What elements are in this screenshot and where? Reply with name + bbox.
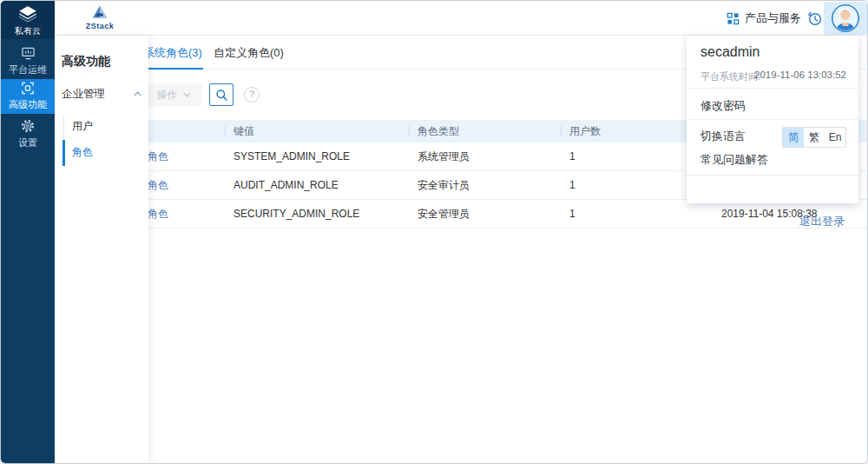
chevron-up-icon: [134, 91, 141, 96]
sidebar-item-platform-ops[interactable]: 平台运维: [1, 44, 55, 79]
search-button[interactable]: [209, 83, 233, 106]
faq-item[interactable]: 常见问题解答: [700, 152, 768, 168]
advanced-features-flyout: 高级功能 企业管理 用户 角色: [55, 36, 148, 464]
submenu-item-users[interactable]: 用户: [72, 119, 141, 135]
submenu-guide-line: [63, 116, 64, 140]
divider: [687, 175, 858, 176]
lang-option-traditional[interactable]: 繁: [804, 128, 825, 147]
role-type-cell: 安全管理员: [418, 200, 470, 229]
products-services-label: 产品与服务: [745, 10, 801, 26]
help-icon[interactable]: ?: [244, 87, 260, 103]
divider: [687, 88, 858, 89]
product-logo-block: 私有云: [1, 1, 55, 39]
change-password-item[interactable]: 修改密码: [700, 98, 746, 114]
actions-dropdown-button[interactable]: 操作: [145, 83, 202, 106]
products-services-button[interactable]: 产品与服务: [727, 1, 801, 36]
role-type-cell: 安全审计员: [418, 171, 470, 200]
sidebar-item-advanced-features[interactable]: 高级功能: [1, 79, 55, 114]
column-separator: [225, 126, 226, 136]
role-type-cell: 系统管理员: [418, 143, 470, 171]
app-window: ZStack 产品与服务: [0, 0, 868, 464]
role-key-cell: SYSTEM_ADMIN_ROLE: [233, 143, 350, 171]
sidebar-item-label: 设置: [1, 136, 55, 149]
col-header-user-count: 用户数: [569, 120, 601, 143]
divider: [687, 119, 858, 120]
user-count-cell: 1: [569, 143, 575, 171]
user-avatar: [831, 3, 860, 33]
active-tab-underline: [141, 68, 203, 70]
top-bar: ZStack 产品与服务: [55, 1, 867, 36]
col-header-role-type: 角色类型: [418, 120, 459, 143]
actions-button-label: 操作: [157, 88, 178, 103]
sidebar-item-settings[interactable]: 设置: [1, 116, 55, 151]
system-time-label: 平台系统时间:: [700, 70, 760, 83]
frame-icon: [21, 82, 35, 95]
primary-sidebar: 私有云 平台运维 高级功能 设置: [1, 1, 55, 464]
submenu-item-roles[interactable]: 角色: [72, 145, 141, 161]
history-clock-icon: [806, 10, 823, 27]
product-name-label: 私有云: [1, 25, 55, 37]
gear-icon: [21, 119, 35, 133]
lang-option-english[interactable]: En: [825, 128, 845, 147]
tab-system-roles[interactable]: 系统角色(3): [143, 36, 202, 70]
tab-custom-roles[interactable]: 自定义角色(0): [214, 36, 284, 70]
sidebar-item-label: 平台运维: [1, 63, 55, 76]
column-separator: [409, 126, 410, 136]
zstack-brand: ZStack: [74, 3, 126, 30]
group-label: 企业管理: [62, 87, 105, 102]
sidebar-item-label: 高级功能: [1, 98, 55, 111]
table-row: 安全管理员角色 SECURITY_ADMIN_ROLE 安全管理员 1 2019…: [55, 200, 867, 229]
user-count-cell: 1: [569, 171, 575, 200]
active-item-bar: [62, 140, 65, 166]
user-dropdown-menu: secadmin 平台系统时间: 2019-11-06 13:03:52 修改密…: [687, 36, 858, 203]
zstack-brand-label: ZStack: [74, 22, 126, 30]
zstack-logo-icon: [90, 3, 109, 21]
col-header-key: 键值: [233, 120, 254, 143]
switch-language-label: 切换语言: [700, 129, 746, 144]
logout-link[interactable]: 退出登录: [799, 214, 845, 229]
chevron-down-icon: [183, 92, 191, 97]
user-avatar-button[interactable]: [824, 2, 867, 35]
language-row: 切换语言 简 繁 En: [687, 126, 858, 147]
monitor-icon: [21, 47, 36, 60]
apps-grid-icon: [727, 12, 740, 25]
username-label: secadmin: [700, 44, 760, 60]
system-time-value: 2019-11-06 13:03:52: [754, 70, 846, 80]
search-icon: [215, 89, 228, 102]
role-key-cell: AUDIT_ADMIN_ROLE: [233, 171, 339, 200]
role-key-cell: SECURITY_ADMIN_ROLE: [233, 200, 359, 229]
user-count-cell: 1: [569, 200, 575, 229]
language-toggle-group: 简 繁 En: [782, 127, 846, 148]
cloud-stack-icon: [17, 5, 38, 23]
group-enterprise-management[interactable]: 企业管理: [62, 86, 141, 102]
flyout-title: 高级功能: [62, 54, 110, 70]
lang-option-simplified[interactable]: 简: [783, 128, 804, 147]
column-separator: [561, 126, 562, 136]
